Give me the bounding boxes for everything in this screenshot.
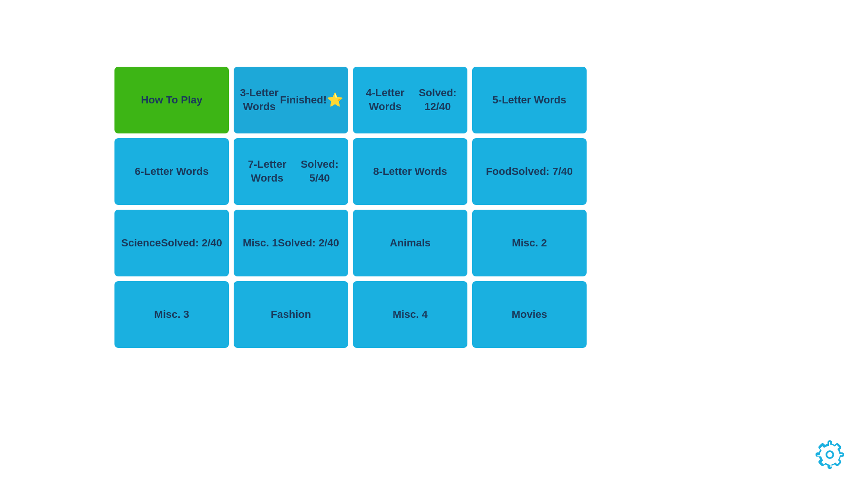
tile-movies[interactable]: Movies — [472, 281, 587, 348]
category-grid: How To Play3-Letter WordsFinished!⭐4-Let… — [114, 67, 587, 348]
tile-misc2[interactable]: Misc. 2 — [472, 210, 587, 276]
tile-how-to-play[interactable]: How To Play — [114, 67, 229, 133]
tile-misc1[interactable]: Misc. 1Solved: 2/40 — [234, 210, 348, 276]
tile-7-letter-words[interactable]: 7-Letter WordsSolved: 5/40 — [234, 138, 348, 205]
tile-6-letter-words[interactable]: 6-Letter Words — [114, 138, 229, 205]
tile-8-letter-words[interactable]: 8-Letter Words — [353, 138, 467, 205]
tile-3-letter-words[interactable]: 3-Letter WordsFinished!⭐ — [234, 67, 348, 133]
tile-5-letter-words[interactable]: 5-Letter Words — [472, 67, 587, 133]
tile-misc3[interactable]: Misc. 3 — [114, 281, 229, 348]
settings-button[interactable] — [816, 440, 844, 469]
star-icon: ⭐ — [327, 92, 343, 109]
tile-misc4[interactable]: Misc. 4 — [353, 281, 467, 348]
tile-4-letter-words[interactable]: 4-Letter WordsSolved: 12/40 — [353, 67, 467, 133]
tile-science[interactable]: ScienceSolved: 2/40 — [114, 210, 229, 276]
tile-animals[interactable]: Animals — [353, 210, 467, 276]
tile-fashion[interactable]: Fashion — [234, 281, 348, 348]
tile-food[interactable]: FoodSolved: 7/40 — [472, 138, 587, 205]
